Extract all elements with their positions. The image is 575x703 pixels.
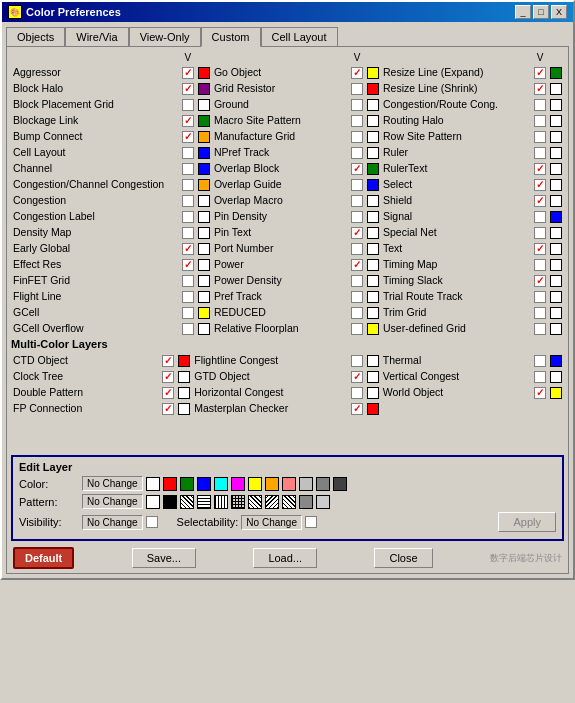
layer-c-cell[interactable] [548,288,564,304]
layer-checkbox[interactable] [182,227,194,239]
layer-c-cell[interactable] [365,160,381,176]
layer-color-box[interactable] [198,211,210,223]
layer-c-cell[interactable] [196,208,212,224]
pattern-no-change-button[interactable]: No Change [82,494,143,509]
layer-checkbox[interactable] [182,291,194,303]
layer-v-cell[interactable] [160,384,176,400]
layer-color-box[interactable] [367,227,379,239]
layer-v-cell[interactable] [349,240,365,256]
layer-color-box[interactable] [550,115,562,127]
layer-v-cell[interactable] [180,160,196,176]
layer-v-cell[interactable] [180,112,196,128]
layer-v-cell[interactable] [180,224,196,240]
layer-c-cell[interactable] [365,400,381,416]
layer-v-cell[interactable] [180,176,196,192]
layer-color-box[interactable] [367,259,379,271]
layer-checkbox[interactable] [182,307,194,319]
layer-checkbox[interactable] [162,403,174,415]
layer-color-box[interactable] [178,371,190,383]
layer-checkbox[interactable] [351,323,363,335]
layer-checkbox[interactable] [351,115,363,127]
layer-v-cell[interactable] [180,256,196,272]
layer-v-cell[interactable] [160,400,176,416]
layer-c-cell[interactable] [365,192,381,208]
layer-checkbox[interactable] [534,307,546,319]
color-swatch-yellow[interactable] [248,477,262,491]
layer-checkbox[interactable] [182,275,194,287]
layer-color-box[interactable] [198,195,210,207]
layer-c-cell[interactable] [548,272,564,288]
layer-v-cell[interactable] [532,384,548,400]
layer-color-box[interactable] [198,291,210,303]
layer-c-cell[interactable] [548,96,564,112]
layer-c-cell[interactable] [548,176,564,192]
pattern-solid[interactable] [163,495,177,509]
layer-color-box[interactable] [198,83,210,95]
layer-checkbox[interactable] [351,307,363,319]
layer-c-cell[interactable] [365,240,381,256]
layer-color-box[interactable] [367,147,379,159]
layer-v-cell[interactable] [349,64,365,80]
layer-c-cell[interactable] [365,176,381,192]
layer-checkbox[interactable] [351,163,363,175]
layer-color-box[interactable] [198,259,210,271]
layer-color-box[interactable] [198,243,210,255]
layer-v-cell[interactable] [180,128,196,144]
layer-v-cell[interactable] [349,288,365,304]
layer-checkbox[interactable] [351,243,363,255]
layer-v-cell[interactable] [349,192,365,208]
layer-color-box[interactable] [550,275,562,287]
color-swatch-magenta[interactable] [231,477,245,491]
layer-checkbox[interactable] [182,179,194,191]
pattern-hlines[interactable] [197,495,211,509]
layer-c-cell[interactable] [196,112,212,128]
layer-checkbox[interactable] [351,291,363,303]
layer-color-box[interactable] [550,371,562,383]
layer-checkbox[interactable] [534,83,546,95]
layer-color-box[interactable] [367,371,379,383]
layer-c-cell[interactable] [365,112,381,128]
layer-c-cell[interactable] [176,400,192,416]
layer-c-cell[interactable] [365,224,381,240]
layer-v-cell[interactable] [349,96,365,112]
layer-color-box[interactable] [550,99,562,111]
layer-color-box[interactable] [550,355,562,367]
layer-v-cell[interactable] [180,144,196,160]
layer-checkbox[interactable] [351,275,363,287]
layer-c-cell[interactable] [365,352,381,368]
layer-color-box[interactable] [367,243,379,255]
layer-color-box[interactable] [367,163,379,175]
layer-checkbox[interactable] [182,99,194,111]
layer-color-box[interactable] [367,291,379,303]
layer-v-cell[interactable] [349,384,365,400]
layer-checkbox[interactable] [534,387,546,399]
layer-checkbox[interactable] [351,259,363,271]
layer-c-cell[interactable] [365,96,381,112]
layer-color-box[interactable] [550,211,562,223]
layer-checkbox[interactable] [182,259,194,271]
color-swatch-red[interactable] [163,477,177,491]
layer-v-cell[interactable] [532,320,548,336]
layer-v-cell[interactable] [180,272,196,288]
layer-checkbox[interactable] [534,227,546,239]
layer-checkbox[interactable] [182,83,194,95]
layer-checkbox[interactable] [534,275,546,287]
default-button[interactable]: Default [13,547,74,569]
layer-checkbox[interactable] [182,67,194,79]
layer-v-cell[interactable] [532,368,548,384]
layer-v-cell[interactable] [532,96,548,112]
layer-c-cell[interactable] [548,64,564,80]
layer-c-cell[interactable] [196,128,212,144]
layer-c-cell[interactable] [548,400,564,416]
load-button[interactable]: Load... [253,548,317,568]
layer-color-box[interactable] [367,275,379,287]
pattern-diag1[interactable] [248,495,262,509]
layer-color-box[interactable] [367,179,379,191]
color-swatch-orange[interactable] [265,477,279,491]
layer-color-box[interactable] [550,163,562,175]
layer-v-cell[interactable] [532,224,548,240]
layer-checkbox[interactable] [351,403,363,415]
color-no-change-button[interactable]: No Change [82,476,143,491]
layer-checkbox[interactable] [351,83,363,95]
layer-c-cell[interactable] [196,272,212,288]
